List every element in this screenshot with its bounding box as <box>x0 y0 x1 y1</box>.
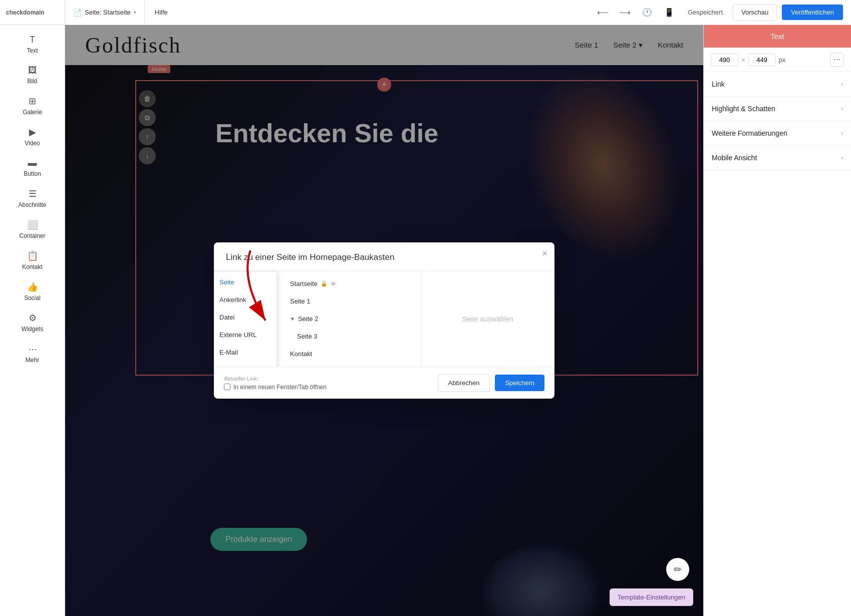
help-menu[interactable]: Hilfe <box>145 9 595 16</box>
gallery-icon: ⊞ <box>29 96 36 107</box>
current-link-label: Aktueller Link: <box>224 376 327 382</box>
width-input[interactable] <box>711 54 738 66</box>
link-type-email[interactable]: E-Mail <box>214 344 276 361</box>
link-type-ankerlink[interactable]: Ankerlink <box>214 291 276 309</box>
page-preview-placeholder: Seite auswählen <box>462 315 513 323</box>
main-layout: T Text 🖼 Bild ⊞ Galerie ▶ Video ▬ Button… <box>0 25 851 616</box>
modal-footer-actions: Abbrechen Speichern <box>438 374 544 392</box>
page-label-seite1: Seite 1 <box>290 297 310 305</box>
link-type-externe-url[interactable]: Externe URL <box>214 326 276 344</box>
sidebar-label-bild: Bild <box>27 78 37 85</box>
contact-icon: 📋 <box>27 250 38 261</box>
section-mobile-arrow: › <box>841 154 843 161</box>
sidebar-item-social[interactable]: 👍 Social <box>3 276 62 306</box>
video-icon: ▶ <box>29 127 36 138</box>
sidebar-item-galerie[interactable]: ⊞ Galerie <box>3 91 62 121</box>
dim-more-button[interactable]: ⋯ <box>830 53 844 67</box>
save-status: Gespeichert <box>683 9 728 16</box>
dim-separator: × <box>741 56 745 64</box>
lock-icon: 🔒 <box>321 280 328 287</box>
link-modal: × Link zu einer Seite im Homepage-Baukas… <box>214 242 554 399</box>
redo-icon[interactable]: ⟶ <box>617 4 634 21</box>
social-icon: 👍 <box>27 281 38 292</box>
sidebar-item-container[interactable]: ⬜ Container <box>3 214 62 244</box>
history-icon[interactable]: 🕐 <box>639 4 656 21</box>
cancel-button[interactable]: Abbrechen <box>438 374 490 392</box>
right-panel: Text × px ⋯ Link › Highlight & Schatten … <box>703 25 851 616</box>
sidebar-item-widgets[interactable]: ⚙ Widgets <box>3 307 62 338</box>
undo-icon[interactable]: ⟵ <box>595 4 612 21</box>
tab-dropdown-icon: ▾ <box>134 10 136 15</box>
expand-arrow-seite2: ▼ <box>290 316 295 322</box>
sidebar-item-mehr[interactable]: ⋯ Mehr <box>3 339 62 369</box>
page-tab-label: Seite: Startseite <box>85 9 131 16</box>
new-window-checkbox[interactable] <box>224 384 230 390</box>
new-window-option: In einem neuen Fenster/Tab öffnen <box>224 384 327 391</box>
section-highlight-label: Highlight & Schatten <box>712 105 775 113</box>
widgets-icon: ⚙ <box>29 313 37 324</box>
sidebar-item-bild[interactable]: 🖼 Bild <box>3 60 62 90</box>
section-weitere-arrow: › <box>841 130 843 137</box>
section-weitere[interactable]: Weitere Formatierungen › <box>704 121 851 146</box>
page-item-seite2[interactable]: ▼ Seite 2 <box>283 310 417 328</box>
sidebar-item-button[interactable]: ▬ Button <box>3 153 62 182</box>
sidebar-label-kontakt: Kontakt <box>22 263 43 270</box>
sidebar-item-video[interactable]: ▶ Video <box>3 122 62 152</box>
save-button[interactable]: Speichern <box>495 375 544 391</box>
modal-close-button[interactable]: × <box>542 248 547 259</box>
text-icon: T <box>30 35 35 45</box>
page-tab-icon: 📄 <box>73 9 82 17</box>
section-link[interactable]: Link › <box>704 72 851 97</box>
preview-button[interactable]: Vorschau <box>733 4 777 21</box>
modal-footer: Aktueller Link: In einem neuen Fenster/T… <box>214 367 554 399</box>
sidebar-item-kontakt[interactable]: 📋 Kontakt <box>3 245 62 275</box>
modal-footer-info: Aktueller Link: In einem neuen Fenster/T… <box>224 376 327 391</box>
section-highlight[interactable]: Highlight & Schatten › <box>704 97 851 121</box>
section-link-label: Link <box>712 80 725 88</box>
section-mobile[interactable]: Mobile Ansicht › <box>704 146 851 170</box>
sidebar-item-text[interactable]: T Text <box>3 30 62 59</box>
page-label-seite3: Seite 3 <box>297 333 317 340</box>
button-icon: ▬ <box>28 158 37 168</box>
sidebar-label-button: Button <box>24 170 41 177</box>
link-type-seite[interactable]: Seite <box>214 273 276 291</box>
page-label-startseite: Startseite <box>290 280 318 287</box>
page-item-kontakt[interactable]: Kontakt <box>283 345 417 363</box>
dimensions-row: × px ⋯ <box>704 48 851 72</box>
link-type-datei[interactable]: Datei <box>214 309 276 326</box>
publish-button[interactable]: Veröffentlichen <box>782 5 843 20</box>
section-highlight-arrow: › <box>841 105 843 112</box>
edit-fab-button[interactable]: ✏ <box>666 558 689 581</box>
page-item-startseite[interactable]: Startseite 🔒 👁 <box>283 275 417 292</box>
mobile-preview-icon[interactable]: 📱 <box>661 4 678 21</box>
link-type-telefonnummer[interactable]: Telefonnummer <box>214 361 276 367</box>
topbar-actions: ⟵ ⟶ 🕐 📱 Gespeichert Vorschau Veröffentli… <box>595 4 851 21</box>
modal-title: Link zu einer Seite im Homepage-Baukaste… <box>214 242 554 271</box>
sidebar-label-video: Video <box>25 140 40 147</box>
page-item-seite3[interactable]: Seite 3 <box>283 328 417 345</box>
sidebar-label-galerie: Galerie <box>23 109 42 116</box>
right-panel-header: Text <box>704 25 851 48</box>
image-icon: 🖼 <box>28 65 37 76</box>
container-icon: ⬜ <box>27 219 38 230</box>
sidebar-item-abschnitte[interactable]: ☰ Abschnitte <box>3 183 62 213</box>
sidebar-label-mehr: Mehr <box>26 357 39 364</box>
eye-icon: 👁 <box>331 281 336 287</box>
page-label-seite2: Seite 2 <box>298 315 318 323</box>
link-type-menu: Seite Ankerlink Datei Externe URL E-Mail… <box>214 271 279 367</box>
page-label-kontakt: Kontakt <box>290 350 312 358</box>
page-item-seite1[interactable]: Seite 1 <box>283 292 417 310</box>
more-icon: ⋯ <box>28 344 37 355</box>
brand-text: checkdomain <box>6 9 45 16</box>
sidebar-label-abschnitte: Abschnitte <box>18 201 46 208</box>
sidebar-label-container: Container <box>19 232 45 239</box>
sidebar-label-text: Text <box>27 47 38 54</box>
page-tab[interactable]: 📄 Seite: Startseite ▾ <box>65 0 145 25</box>
modal-pages-area: Startseite 🔒 👁 Seite 1 ▼ Seite 2 <box>279 271 554 367</box>
dim-unit: px <box>779 56 786 64</box>
template-settings-button[interactable]: Template-Einstellungen <box>610 588 693 606</box>
height-input[interactable] <box>748 54 776 66</box>
sidebar: T Text 🖼 Bild ⊞ Galerie ▶ Video ▬ Button… <box>0 25 65 616</box>
section-mobile-label: Mobile Ansicht <box>712 154 757 162</box>
sections-icon: ☰ <box>29 188 37 199</box>
